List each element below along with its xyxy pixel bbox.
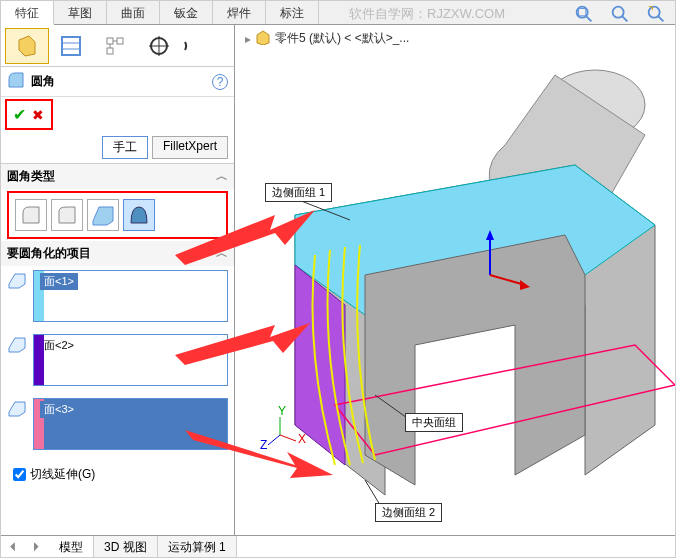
arrow-3	[185, 420, 335, 500]
filletxpert-button[interactable]: FilletXpert	[152, 136, 228, 159]
svg-rect-10	[107, 38, 113, 44]
face-3-label: 面<3>	[40, 401, 78, 418]
label-center: 中央面组	[405, 413, 463, 432]
graphics-viewport[interactable]: ▸ 零件5 (默认) < <默认>_...	[235, 25, 675, 535]
face-icon	[7, 270, 27, 290]
arrow-1	[175, 205, 315, 285]
property-mgr-icon[interactable]	[49, 28, 93, 64]
face-icon	[7, 334, 27, 354]
bottom-tab-motion[interactable]: 运动算例 1	[158, 536, 237, 557]
mode-toggle: 手工 FilletXpert	[1, 132, 234, 164]
label-side2: 边侧面组 2	[375, 503, 442, 522]
tab-annotation[interactable]: 标注	[266, 1, 319, 24]
watermark-text: 软件自学网：RJZXW.COM	[349, 5, 505, 23]
tab-sketch[interactable]: 草图	[54, 1, 107, 24]
face-icon	[7, 398, 27, 418]
svg-marker-34	[185, 430, 333, 478]
tangent-checkbox[interactable]	[13, 468, 26, 481]
fillet-icon	[7, 71, 25, 92]
svg-line-1	[586, 16, 592, 22]
svg-rect-12	[107, 48, 113, 54]
fillet-type-header[interactable]: 圆角类型 ︿	[1, 164, 234, 189]
svg-text:Y: Y	[278, 404, 286, 418]
tab-weldment[interactable]: 焊件	[213, 1, 266, 24]
cancel-button[interactable]: ✖	[32, 107, 44, 123]
face-2-label: 面<2>	[40, 337, 78, 354]
feature-name: 圆角	[31, 73, 55, 90]
confirm-buttons: ✔ ✖	[5, 99, 53, 130]
fillet-type-label: 圆角类型	[7, 168, 55, 185]
svg-rect-7	[62, 37, 80, 55]
tangent-label: 切线延伸(G)	[30, 466, 95, 483]
svg-rect-11	[117, 38, 123, 44]
help-icon[interactable]: ?	[212, 74, 228, 90]
tab-features[interactable]: 特征	[1, 1, 54, 25]
feature-tree-icon[interactable]	[5, 28, 49, 64]
svg-marker-32	[175, 210, 315, 265]
items-label: 要圆角化的项目	[7, 245, 91, 262]
type-face-icon[interactable]	[87, 199, 119, 231]
manual-button[interactable]: 手工	[102, 136, 148, 159]
chevron-up-icon: ︿	[216, 168, 228, 185]
label-side1: 边侧面组 1	[265, 183, 332, 202]
arrow-2	[175, 315, 315, 385]
svg-line-6	[658, 16, 664, 22]
bottom-tab-3dview[interactable]: 3D 视图	[94, 536, 158, 557]
svg-rect-2	[579, 9, 586, 16]
tab-nav-left[interactable]: ⏴	[1, 536, 25, 557]
svg-marker-33	[175, 323, 310, 365]
dimxpert-icon[interactable]	[137, 28, 181, 64]
tab-sheetmetal[interactable]: 钣金	[160, 1, 213, 24]
feature-header: 圆角 ?	[1, 67, 234, 97]
panel-tab-icons	[1, 25, 234, 67]
ok-button[interactable]: ✔	[13, 105, 26, 124]
bottom-tabs: ⏴ ⏵ 模型 3D 视图 运动算例 1	[1, 535, 675, 557]
more-icon[interactable]	[181, 28, 201, 64]
type-full-round-icon[interactable]	[123, 199, 155, 231]
type-variable-icon[interactable]	[51, 199, 83, 231]
bottom-tab-model[interactable]: 模型	[49, 536, 94, 557]
tab-surface[interactable]: 曲面	[107, 1, 160, 24]
svg-line-4	[622, 16, 628, 22]
config-mgr-icon[interactable]	[93, 28, 137, 64]
type-constant-icon[interactable]	[15, 199, 47, 231]
tab-nav-right[interactable]: ⏵	[25, 536, 49, 557]
face-1-label: 面<1>	[40, 273, 78, 290]
